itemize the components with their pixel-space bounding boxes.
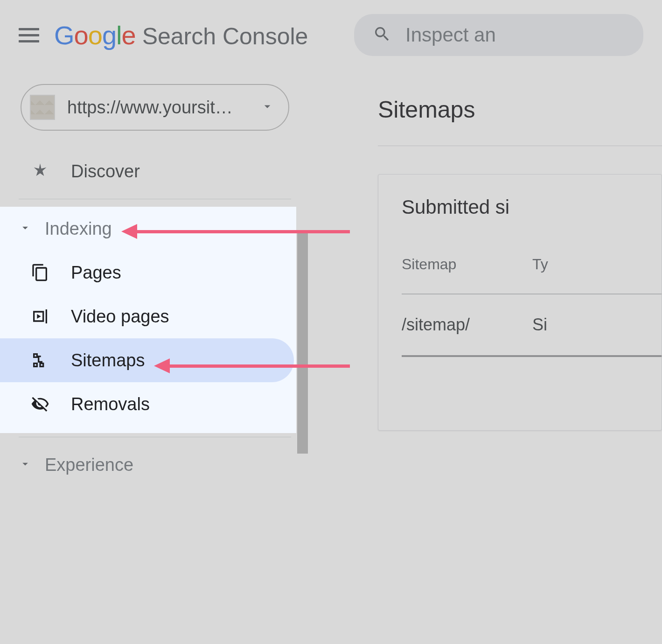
section-title: Indexing	[45, 219, 112, 239]
url-inspect-search[interactable]: Inspect an	[354, 14, 643, 56]
caret-down-icon	[19, 221, 32, 236]
caret-down-icon	[260, 99, 274, 115]
table-header-row: Sitemap Ty	[402, 256, 662, 294]
section-title: Experience	[45, 455, 133, 475]
google-logo: Google	[54, 20, 136, 50]
page-title: Sitemaps	[378, 96, 662, 123]
property-selector[interactable]: https://www.yoursit…	[21, 84, 289, 131]
divider	[378, 146, 662, 146]
caret-down-icon	[19, 457, 32, 472]
visibility-off-icon	[30, 395, 50, 413]
sidebar-section-indexing[interactable]: Indexing	[0, 207, 308, 251]
sidebar-item-label: Video pages	[71, 307, 169, 327]
table-row[interactable]: /sitemap/ Si	[402, 294, 662, 357]
property-thumbnail	[30, 95, 55, 120]
video-icon	[30, 307, 50, 326]
sidebar-item-video-pages[interactable]: Video pages	[0, 294, 294, 338]
cell-type: Si	[532, 315, 547, 335]
cell-sitemap: /sitemap/	[402, 315, 486, 335]
sidebar-section-experience[interactable]: Experience	[0, 443, 308, 487]
sitemap-icon	[30, 351, 50, 370]
scrollbar-thumb[interactable]	[297, 232, 308, 454]
pages-icon	[30, 263, 50, 282]
highlighted-section: Indexing Pages Video pages Sitemaps Remo…	[0, 207, 308, 426]
column-header-type: Ty	[532, 256, 548, 273]
product-logo: Google Search Console	[54, 20, 308, 50]
column-header-sitemap: Sitemap	[402, 256, 486, 273]
product-name: Search Console	[142, 23, 308, 50]
submitted-sitemaps-card: Submitted si Sitemap Ty /sitemap/ Si	[378, 174, 662, 431]
sidebar-item-pages[interactable]: Pages	[0, 251, 294, 294]
search-icon	[373, 25, 391, 45]
sidebar-item-label: Removals	[71, 394, 150, 414]
hamburger-menu-button[interactable]	[19, 24, 41, 46]
search-placeholder: Inspect an	[405, 24, 496, 46]
card-title: Submitted si	[402, 196, 662, 218]
divider	[19, 199, 291, 199]
sidebar-item-label: Pages	[71, 263, 121, 283]
main-content: Sitemaps Submitted si Sitemap Ty /sitema…	[308, 70, 662, 644]
sidebar-item-label: Sitemaps	[71, 350, 145, 371]
sidebar-item-sitemaps[interactable]: Sitemaps	[0, 338, 294, 382]
sidebar-item-discover[interactable]: Discover	[0, 149, 294, 193]
property-url: https://www.yoursit…	[67, 98, 248, 118]
asterisk-icon	[30, 162, 50, 181]
app-header: Google Search Console Inspect an	[0, 0, 662, 70]
sidebar-item-label: Discover	[71, 161, 140, 182]
divider	[19, 437, 291, 437]
sidebar-item-removals[interactable]: Removals	[0, 382, 294, 426]
